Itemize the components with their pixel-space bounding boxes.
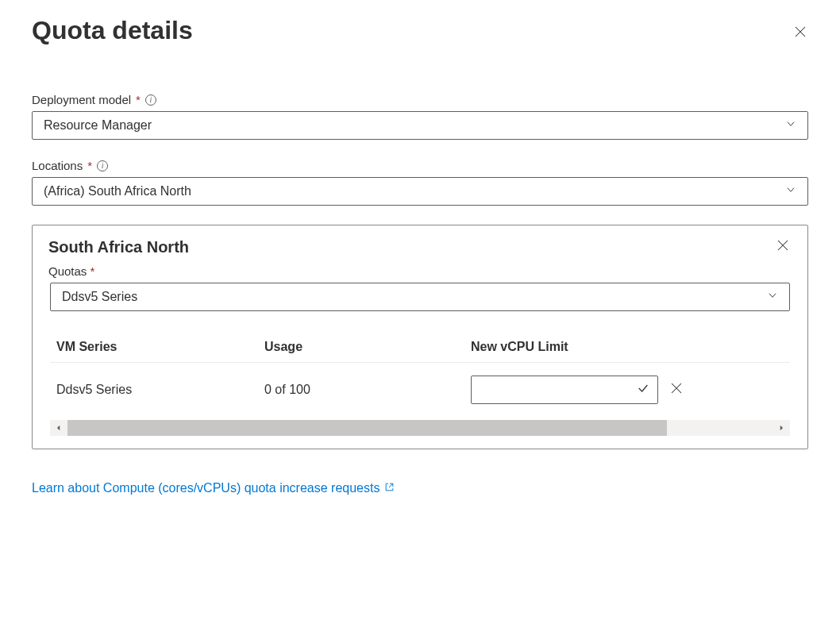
chevron-down-icon bbox=[767, 290, 778, 304]
deployment-model-select[interactable]: Resource Manager bbox=[32, 111, 808, 140]
scroll-track[interactable] bbox=[67, 420, 773, 436]
table-row: Ddsv5 Series 0 of 100 bbox=[50, 363, 790, 417]
region-close-button[interactable] bbox=[776, 238, 792, 254]
select-value: Resource Manager bbox=[44, 118, 152, 133]
deployment-model-field: Deployment model * i Resource Manager bbox=[32, 93, 808, 140]
select-value: Ddsv5 Series bbox=[62, 290, 137, 304]
deployment-model-label: Deployment model * i bbox=[32, 93, 808, 106]
select-value: (Africa) South Africa North bbox=[44, 184, 191, 198]
quotas-select[interactable]: Ddsv5 Series bbox=[50, 283, 790, 311]
table-header-row: VM Series Usage New vCPU Limit bbox=[50, 332, 790, 363]
locations-select[interactable]: (Africa) South Africa North bbox=[32, 177, 808, 206]
page-title: Quota details bbox=[32, 16, 193, 45]
chevron-down-icon bbox=[785, 184, 796, 198]
locations-label: Locations * i bbox=[32, 159, 808, 172]
label-text: Quotas bbox=[48, 264, 87, 278]
cell-usage: 0 of 100 bbox=[264, 383, 471, 397]
th-usage: Usage bbox=[264, 340, 471, 354]
quotas-label: Quotas * bbox=[48, 264, 792, 278]
scroll-right-arrow[interactable] bbox=[773, 420, 790, 436]
info-icon[interactable]: i bbox=[97, 160, 108, 171]
scroll-thumb[interactable] bbox=[67, 420, 667, 436]
required-asterisk: * bbox=[136, 93, 141, 106]
horizontal-scrollbar[interactable] bbox=[50, 420, 790, 436]
label-text: Locations bbox=[32, 159, 83, 172]
th-vm-series: VM Series bbox=[50, 340, 264, 354]
scroll-left-arrow[interactable] bbox=[50, 420, 67, 436]
region-title: South Africa North bbox=[48, 238, 189, 256]
new-limit-input[interactable] bbox=[471, 376, 658, 404]
close-icon bbox=[776, 238, 790, 252]
info-icon[interactable]: i bbox=[145, 94, 156, 106]
chevron-down-icon bbox=[785, 118, 796, 133]
quota-table: VM Series Usage New vCPU Limit Ddsv5 Ser… bbox=[50, 332, 790, 436]
close-icon bbox=[669, 381, 684, 395]
label-text: Deployment model bbox=[32, 93, 131, 106]
cell-vm-series: Ddsv5 Series bbox=[50, 383, 264, 397]
region-panel: South Africa North Quotas * Ddsv5 Series… bbox=[32, 225, 808, 449]
locations-field: Locations * i (Africa) South Africa Nort… bbox=[32, 159, 808, 206]
required-asterisk: * bbox=[87, 159, 92, 172]
learn-more-link[interactable]: Learn about Compute (cores/vCPUs) quota … bbox=[32, 481, 395, 495]
link-text: Learn about Compute (cores/vCPUs) quota … bbox=[32, 481, 380, 495]
close-icon bbox=[793, 25, 807, 39]
remove-row-button[interactable] bbox=[669, 381, 684, 399]
close-panel-button[interactable] bbox=[792, 24, 808, 40]
required-asterisk: * bbox=[91, 264, 95, 278]
external-link-icon bbox=[384, 481, 395, 495]
check-icon bbox=[637, 382, 649, 398]
th-new-limit: New vCPU Limit bbox=[471, 340, 790, 354]
